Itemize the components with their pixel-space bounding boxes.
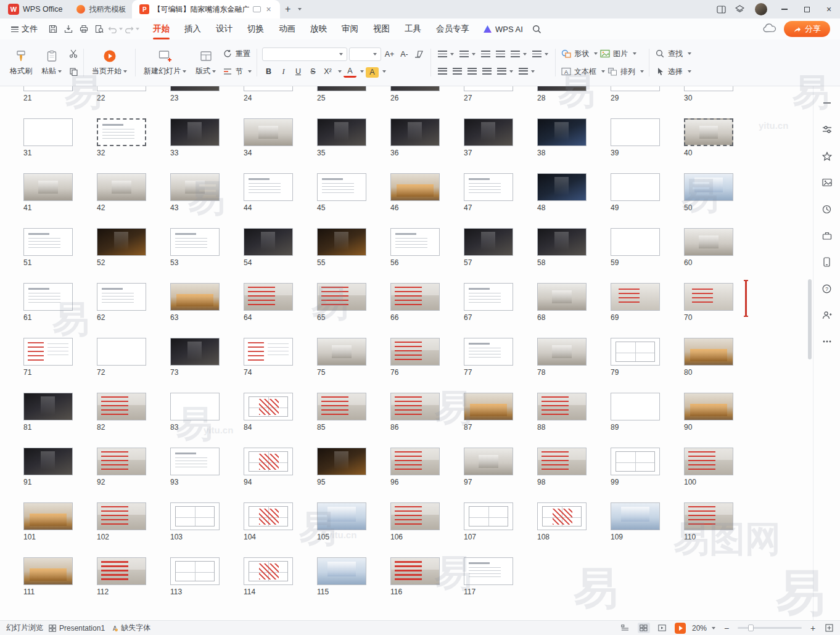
- arrange-button[interactable]: 排列: [607, 65, 644, 78]
- slide-thumbnail[interactable]: [611, 118, 660, 146]
- align-left-button[interactable]: [436, 65, 449, 78]
- slide-thumbnail[interactable]: [317, 173, 366, 201]
- slide-thumbnail[interactable]: [23, 283, 73, 311]
- slide-thumbnail[interactable]: [390, 283, 440, 311]
- slide-thumbnail[interactable]: [244, 283, 293, 311]
- document-tab[interactable]: P 【可编辑】陆家嘴浦东金融广 ×: [132, 0, 279, 18]
- slide-thumbnail[interactable]: [611, 502, 660, 530]
- slide-thumbnail[interactable]: [464, 502, 513, 530]
- slide-thumbnail[interactable]: [317, 502, 366, 530]
- line-spacing-button[interactable]: [509, 47, 529, 60]
- undo-icon[interactable]: [108, 22, 123, 36]
- section-button[interactable]: 节: [222, 65, 252, 78]
- missing-fonts-item[interactable]: A! 缺失字体: [110, 623, 150, 633]
- slide-thumbnail[interactable]: [464, 86, 513, 91]
- slide-thumbnail[interactable]: [97, 557, 146, 585]
- slide-thumbnail[interactable]: [537, 228, 587, 256]
- slide-thumbnail[interactable]: [390, 86, 440, 91]
- slide-thumbnail[interactable]: [611, 448, 660, 475]
- slide-thumbnail[interactable]: [244, 448, 293, 475]
- help-icon[interactable]: ?: [820, 282, 834, 295]
- slide-thumbnail[interactable]: [390, 173, 440, 201]
- zoom-out-button[interactable]: −: [722, 623, 731, 633]
- slide-thumbnail[interactable]: [97, 338, 146, 366]
- menu-tab-view[interactable]: 视图: [366, 18, 397, 39]
- slide-thumbnail[interactable]: [537, 338, 587, 366]
- slide-thumbnail[interactable]: [684, 173, 733, 201]
- minimize-button[interactable]: [773, 0, 796, 18]
- slide-thumbnail[interactable]: [390, 448, 440, 475]
- redo-icon[interactable]: [125, 22, 139, 36]
- slide-thumbnail[interactable]: [317, 86, 366, 91]
- slide-thumbnail[interactable]: [684, 228, 733, 256]
- print-preview-icon[interactable]: [93, 22, 106, 36]
- slide-thumbnail[interactable]: [684, 118, 733, 146]
- user-avatar[interactable]: [755, 3, 767, 15]
- slide-thumbnail[interactable]: [537, 173, 587, 201]
- slide-thumbnail[interactable]: [23, 502, 73, 530]
- slide-thumbnail[interactable]: [684, 338, 733, 366]
- slide-thumbnail[interactable]: [23, 173, 73, 201]
- slide-thumbnail[interactable]: [537, 283, 587, 311]
- slide-thumbnail[interactable]: [244, 86, 293, 91]
- vertical-scrollbar[interactable]: [807, 89, 812, 618]
- slide-thumbnail[interactable]: [170, 338, 220, 366]
- skin-settings-icon[interactable]: [730, 0, 749, 18]
- slide-thumbnail[interactable]: [390, 393, 440, 420]
- shrink-font-button[interactable]: A-: [398, 47, 411, 60]
- slide-thumbnail[interactable]: [464, 393, 513, 420]
- menu-tab-animation[interactable]: 动画: [271, 18, 303, 39]
- slide-thumbnail[interactable]: [244, 173, 293, 201]
- strikethrough-button[interactable]: S: [307, 65, 319, 78]
- docer-template-tab[interactable]: 找稻壳模板: [70, 0, 132, 18]
- clear-format-icon[interactable]: [413, 47, 426, 60]
- properties-icon[interactable]: [820, 123, 834, 136]
- slide-thumbnail[interactable]: [317, 283, 366, 311]
- slide-thumbnail[interactable]: [244, 557, 293, 585]
- menu-tab-slideshow[interactable]: 放映: [303, 18, 334, 39]
- slide-thumbnail[interactable]: [97, 448, 146, 475]
- slide-thumbnail[interactable]: [537, 86, 587, 91]
- slide-thumbnail[interactable]: [23, 118, 73, 146]
- doc-name-item[interactable]: Presentation1: [49, 624, 105, 633]
- indent-increase-button[interactable]: [494, 47, 507, 60]
- highlight-color-button[interactable]: A: [366, 67, 379, 78]
- slide-thumbnail[interactable]: [170, 448, 220, 475]
- menu-tab-home[interactable]: 开始: [146, 18, 177, 39]
- collapse-panel-icon[interactable]: [820, 96, 834, 110]
- align-justify-button[interactable]: [480, 65, 493, 78]
- slide-thumbnail[interactable]: [390, 557, 440, 585]
- font-size-combo[interactable]: [349, 47, 381, 61]
- numbered-list-button[interactable]: [458, 47, 477, 60]
- maximize-button[interactable]: [796, 0, 818, 18]
- zoom-slider[interactable]: [738, 627, 802, 629]
- file-menu-button[interactable]: 文件: [6, 23, 43, 35]
- slide-thumbnail[interactable]: [537, 393, 587, 420]
- slide-thumbnail[interactable]: [23, 86, 73, 91]
- save-icon[interactable]: [46, 22, 60, 36]
- slide-thumbnail[interactable]: [390, 502, 440, 530]
- slide-thumbnail[interactable]: [170, 393, 220, 420]
- slide-thumbnail[interactable]: [464, 118, 513, 146]
- slide-thumbnail[interactable]: [244, 338, 293, 366]
- slide-thumbnail[interactable]: [97, 173, 146, 201]
- slide-thumbnail[interactable]: [97, 502, 146, 530]
- slide-thumbnail[interactable]: [611, 283, 660, 311]
- align-center-button[interactable]: [451, 65, 464, 78]
- new-slide-button[interactable]: 新建幻灯片: [141, 47, 189, 78]
- select-button[interactable]: 选择: [654, 65, 691, 78]
- normal-view-icon[interactable]: [619, 623, 632, 633]
- slide-thumbnail[interactable]: [611, 338, 660, 366]
- slide-thumbnail[interactable]: [684, 448, 733, 475]
- slide-sorter-view-icon[interactable]: [638, 623, 650, 633]
- slide-thumbnail[interactable]: [170, 557, 220, 585]
- slide-thumbnail[interactable]: [97, 118, 146, 146]
- close-tab-icon[interactable]: ×: [265, 5, 272, 14]
- slide-thumbnail[interactable]: [170, 228, 220, 256]
- text-box-button[interactable]: A文本框: [561, 65, 605, 78]
- invite-collaborate-icon[interactable]: [820, 308, 834, 322]
- slide-thumbnail[interactable]: [23, 228, 73, 256]
- slide-thumbnail[interactable]: [23, 557, 73, 585]
- slide-thumbnail[interactable]: [464, 283, 513, 311]
- format-painter-button[interactable]: 格式刷: [7, 47, 35, 78]
